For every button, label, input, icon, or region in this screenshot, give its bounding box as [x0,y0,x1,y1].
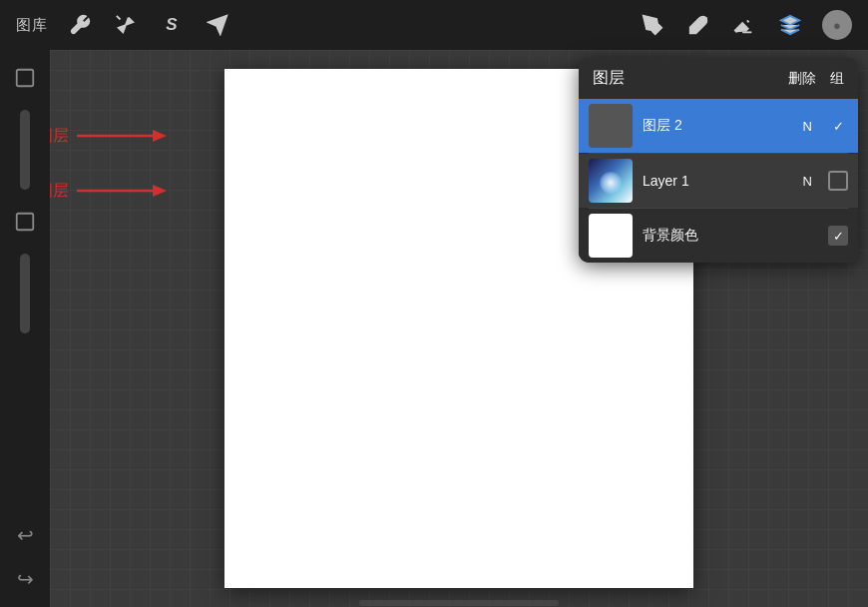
opacity-slider[interactable] [20,254,30,333]
top-toolbar: 图库 S [0,0,868,50]
redo-button[interactable]: ↪ [7,561,43,597]
layer-row-1[interactable]: Layer 1 N [579,154,858,208]
layer-1-thumbnail [589,159,633,203]
secondary-arrow [77,179,167,203]
wrench-icon[interactable] [66,11,94,39]
layers-panel: 图层 删除 组 图层 2 N Layer 1 N 背景颜色 [579,58,858,263]
layer-row-2[interactable]: 图层 2 N [579,99,858,153]
group-button[interactable]: 组 [830,70,844,88]
svg-rect-6 [17,214,34,231]
secondary-layer-annotation: 次要图层 [50,179,167,203]
bg-name: 背景颜色 [643,227,802,245]
delete-button[interactable]: 删除 [788,70,816,88]
svg-marker-10 [153,185,167,197]
layer-1-visibility[interactable] [828,171,848,191]
toolbar-right: ● [639,10,852,40]
sidebar-brush-size[interactable] [7,60,43,96]
send-icon[interactable] [204,11,231,39]
gallery-button[interactable]: 图库 [16,16,48,35]
magic-wand-icon[interactable] [112,11,140,39]
layer-2-thumbnail [589,104,633,148]
brush-icon[interactable] [639,11,666,39]
undo-button[interactable]: ↩ [7,517,43,553]
sidebar-opacity[interactable] [7,204,43,240]
layers-header: 图层 删除 组 [579,58,858,99]
eraser-icon[interactable] [730,11,758,39]
primary-layer-annotation: 主要图层 [50,124,167,148]
smudge-icon[interactable]: S [158,11,186,39]
primary-arrow [77,124,167,148]
bg-thumbnail [589,214,633,258]
layer-2-mode: N [803,119,812,134]
layers-title: 图层 [593,68,625,89]
layer-row-bg[interactable]: 背景颜色 [579,209,858,263]
svg-point-3 [650,22,653,26]
left-sidebar: ↩ ↪ [0,50,50,607]
smear-icon[interactable] [684,11,712,39]
svg-line-0 [117,16,121,20]
svg-marker-4 [781,16,799,25]
avatar[interactable]: ● [822,10,852,40]
svg-rect-5 [17,70,34,87]
brush-size-slider[interactable] [20,110,30,190]
layers-icon[interactable] [776,11,804,39]
layer-2-name: 图层 2 [643,117,793,135]
layers-header-actions: 删除 组 [788,70,844,88]
layer-1-mode: N [803,174,812,189]
layer-2-visibility[interactable] [828,116,848,136]
layer-1-name: Layer 1 [643,173,793,189]
svg-marker-2 [209,16,226,34]
svg-marker-8 [153,130,167,142]
toolbar-left: 图库 S [16,11,231,39]
bg-visibility[interactable] [828,226,848,246]
